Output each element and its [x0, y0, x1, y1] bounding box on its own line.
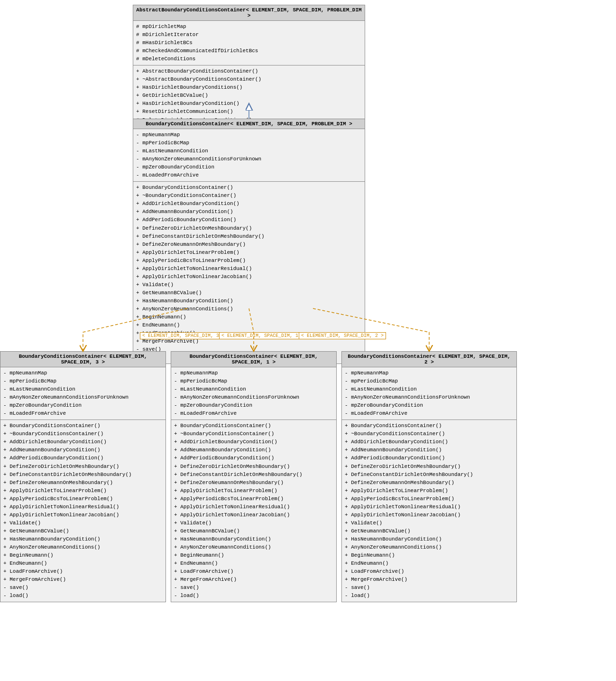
template-label-3: < ELEMENT_DIM, SPACE_DIM, 2 > [299, 332, 386, 339]
abstract-class-box: AbstractBoundaryConditionsContainer< ELE… [133, 5, 365, 127]
instance3-title: BoundaryConditionsContainer< ELEMENT_DIM… [342, 352, 516, 367]
template-label-1: < ELEMENT_DIM, SPACE_DIM, 3 > [140, 332, 227, 339]
instance2-methods: + BoundaryConditionsContainer() + ~Bound… [171, 420, 336, 602]
abstract-class-title: AbstractBoundaryConditionsContainer< ELE… [133, 5, 365, 21]
instance2-attributes: - mpNeumannMap - mpPeriodicBcMap - mLast… [171, 367, 336, 420]
boundary-class-box: BoundaryConditionsContainer< ELEMENT_DIM… [133, 119, 365, 364]
instance3-attributes: - mpNeumannMap - mpPeriodicBcMap - mLast… [342, 367, 516, 420]
boundary-class-title: BoundaryConditionsContainer< ELEMENT_DIM… [133, 119, 365, 129]
instance1-box: BoundaryConditionsContainer< ELEMENT_DIM… [0, 351, 166, 602]
diagram-container: AbstractBoundaryConditionsContainer< ELE… [0, 0, 616, 681]
instance1-title: BoundaryConditionsContainer< ELEMENT_DIM… [0, 352, 165, 367]
instance1-methods: + BoundaryConditionsContainer() + ~Bound… [0, 420, 165, 602]
instance1-attributes: - mpNeumannMap - mpPeriodicBcMap - mLast… [0, 367, 165, 420]
abstract-class-attributes: # mpDirichletMap # mDirichletIterator # … [133, 21, 365, 65]
instance2-box: BoundaryConditionsContainer< ELEMENT_DIM… [171, 351, 337, 602]
instance2-title: BoundaryConditionsContainer< ELEMENT_DIM… [171, 352, 336, 367]
template-label-2: < ELEMENT_DIM, SPACE_DIM, 1 > [219, 332, 306, 339]
instance3-methods: + BoundaryConditionsContainer() + ~Bound… [342, 420, 516, 602]
instance3-box: BoundaryConditionsContainer< ELEMENT_DIM… [341, 351, 517, 602]
boundary-class-attributes: - mpNeumannMap - mpPeriodicBcMap - mLast… [133, 129, 365, 182]
abstract-class-methods: + AbstractBoundaryConditionsContainer() … [133, 65, 365, 126]
